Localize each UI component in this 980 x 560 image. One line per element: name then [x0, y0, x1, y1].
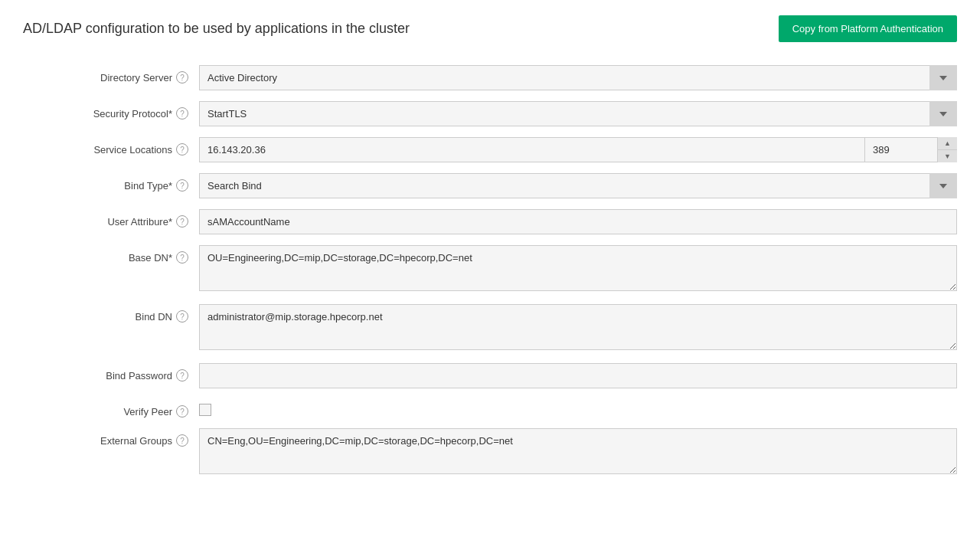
external-groups-field	[199, 428, 957, 476]
directory-server-select-wrapper: Active DirectoryOpenLDAPOther	[199, 65, 957, 90]
user-attribute-input[interactable]	[199, 209, 957, 234]
base-dn-row: Base DN* ?	[23, 245, 957, 293]
bind-type-select-wrapper: Search BindAnonymous BindDirect Bind	[199, 173, 957, 198]
bind-password-label: Bind Password ?	[23, 363, 199, 382]
port-spinner-down-button[interactable]: ▼	[938, 150, 957, 162]
service-port-wrapper: ▲ ▼	[865, 137, 957, 162]
bind-password-field	[199, 363, 957, 388]
verify-peer-row: Verify Peer ?	[23, 399, 957, 418]
bind-dn-field	[199, 304, 957, 352]
user-attribute-help-icon[interactable]: ?	[176, 215, 188, 228]
directory-server-row: Directory Server ? Active DirectoryOpenL…	[23, 65, 957, 90]
security-protocol-row: Security Protocol* ? StartTLSLDAPSNone	[23, 101, 957, 126]
external-groups-help-icon[interactable]: ?	[176, 434, 188, 447]
bind-dn-label: Bind DN ?	[23, 304, 199, 323]
security-protocol-help-icon[interactable]: ?	[176, 107, 188, 120]
security-protocol-select[interactable]: StartTLSLDAPSNone	[199, 101, 957, 126]
verify-peer-label: Verify Peer ?	[23, 399, 199, 418]
base-dn-label: Base DN* ?	[23, 245, 199, 264]
bind-dn-input[interactable]	[199, 304, 957, 350]
directory-server-field: Active DirectoryOpenLDAPOther	[199, 65, 957, 90]
bind-password-input[interactable]	[199, 363, 957, 388]
base-dn-help-icon[interactable]: ?	[176, 251, 188, 264]
service-locations-help-icon[interactable]: ?	[176, 143, 188, 156]
copy-from-platform-button[interactable]: Copy from Platform Authentication	[779, 15, 957, 42]
service-ip-input[interactable]	[199, 137, 865, 162]
service-locations-field: ▲ ▼	[199, 137, 957, 162]
base-dn-input[interactable]	[199, 245, 957, 291]
verify-peer-checkbox[interactable]	[199, 404, 211, 416]
security-protocol-select-wrapper: StartTLSLDAPSNone	[199, 101, 957, 126]
service-location-inputs: ▲ ▼	[199, 137, 957, 162]
bind-dn-help-icon[interactable]: ?	[176, 310, 188, 323]
page-container: AD/LDAP configuration to be used by appl…	[0, 0, 980, 503]
bind-type-select[interactable]: Search BindAnonymous BindDirect Bind	[199, 173, 957, 198]
verify-peer-checkbox-wrapper	[199, 399, 957, 416]
bind-password-help-icon[interactable]: ?	[176, 369, 188, 382]
verify-peer-field	[199, 399, 957, 416]
external-groups-row: External Groups ?	[23, 428, 957, 476]
user-attribute-row: User Attribure* ?	[23, 209, 957, 234]
bind-type-field: Search BindAnonymous BindDirect Bind	[199, 173, 957, 198]
directory-server-select[interactable]: Active DirectoryOpenLDAPOther	[199, 65, 957, 90]
security-protocol-field: StartTLSLDAPSNone	[199, 101, 957, 126]
bind-type-help-icon[interactable]: ?	[176, 179, 188, 192]
external-groups-label: External Groups ?	[23, 428, 199, 447]
page-title: AD/LDAP configuration to be used by appl…	[23, 21, 410, 37]
bind-dn-row: Bind DN ?	[23, 304, 957, 352]
security-protocol-label: Security Protocol* ?	[23, 101, 199, 120]
service-locations-row: Service Locations ? ▲ ▼	[23, 137, 957, 162]
service-locations-label: Service Locations ?	[23, 137, 199, 156]
bind-type-row: Bind Type* ? Search BindAnonymous BindDi…	[23, 173, 957, 198]
base-dn-field	[199, 245, 957, 293]
port-spinners: ▲ ▼	[937, 137, 957, 162]
header-row: AD/LDAP configuration to be used by appl…	[23, 15, 957, 42]
user-attribute-label: User Attribure* ?	[23, 209, 199, 228]
directory-server-help-icon[interactable]: ?	[176, 71, 188, 84]
verify-peer-help-icon[interactable]: ?	[176, 405, 188, 418]
bind-type-label: Bind Type* ?	[23, 173, 199, 192]
directory-server-label: Directory Server ?	[23, 65, 199, 84]
external-groups-input[interactable]	[199, 428, 957, 474]
port-spinner-up-button[interactable]: ▲	[938, 137, 957, 150]
form-container: Directory Server ? Active DirectoryOpenL…	[23, 65, 957, 476]
user-attribute-field	[199, 209, 957, 234]
bind-password-row: Bind Password ?	[23, 363, 957, 388]
